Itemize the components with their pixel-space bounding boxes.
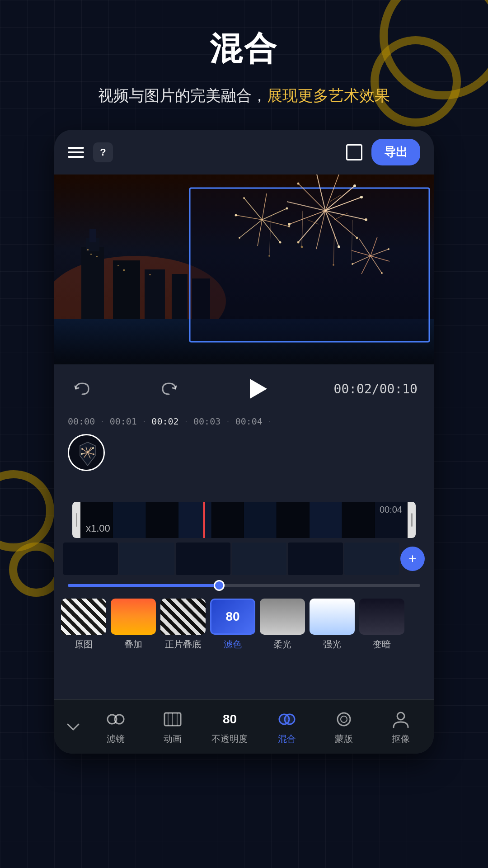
- scrubber-fill: [68, 584, 219, 587]
- blend-item-overlay[interactable]: 叠加: [108, 599, 158, 651]
- blend-item-darken[interactable]: 变暗: [357, 599, 407, 651]
- scrubber-thumb[interactable]: [214, 580, 225, 591]
- svg-point-68: [333, 264, 334, 266]
- blend-item-softlight[interactable]: 柔光: [258, 599, 307, 651]
- svg-point-51: [239, 237, 240, 239]
- bottom-nav: 滤镜 动画 80 不透明度: [54, 699, 434, 754]
- nav-item-collapse[interactable]: [59, 716, 87, 738]
- blend-label-hardlight: 强光: [323, 638, 341, 651]
- nav-label-portrait: 抠像: [392, 733, 410, 745]
- nav-label-mask: 蒙版: [335, 733, 353, 745]
- blend-icon: [276, 708, 298, 730]
- playback-controls: 00:02/00:10: [54, 364, 434, 413]
- nav-item-portrait[interactable]: 抠像: [372, 708, 429, 745]
- animation-icon: [162, 708, 183, 730]
- blend-item-hardlight[interactable]: 强光: [307, 599, 357, 651]
- track-header: [63, 434, 425, 475]
- svg-point-63: [381, 272, 383, 274]
- overlay-clip-2: [119, 542, 174, 575]
- svg-rect-12: [96, 256, 98, 257]
- filter-icon: [105, 708, 127, 730]
- svg-point-70: [268, 255, 270, 257]
- main-track: x1.00 00:04: [63, 502, 425, 538]
- blend-label-multiply: 正片叠底: [165, 638, 201, 651]
- help-button[interactable]: ?: [93, 142, 113, 162]
- blend-thumb-filter: 80: [210, 599, 255, 635]
- svg-point-30: [365, 218, 367, 221]
- export-button[interactable]: 导出: [371, 139, 420, 165]
- svg-point-53: [243, 197, 245, 199]
- clip-thumbnail: [68, 434, 105, 471]
- svg-point-92: [285, 714, 295, 724]
- ruler-time-1: 00:01: [110, 416, 137, 427]
- svg-rect-15: [149, 274, 151, 275]
- ruler-marks: 00:00 · 00:01 · 00:02 · 00:03 · 00:04 ·: [68, 416, 420, 427]
- portrait-icon: [390, 708, 412, 730]
- menu-button[interactable]: [68, 147, 84, 158]
- ruler-time-3: 00:03: [193, 416, 221, 427]
- svg-rect-13: [117, 265, 119, 266]
- ruler-time-2: 00:02: [151, 416, 178, 427]
- phone-mockup: ? 导出: [54, 130, 434, 754]
- blend-thumb-multiply: [160, 599, 206, 635]
- aspect-ratio-button[interactable]: [346, 144, 362, 160]
- video-preview: [54, 175, 434, 364]
- blend-label-original: 原图: [75, 638, 93, 651]
- nav-item-opacity[interactable]: 80 不透明度: [201, 708, 258, 745]
- add-clip-button[interactable]: +: [400, 547, 425, 571]
- mask-icon: [333, 708, 355, 730]
- svg-rect-10: [87, 249, 89, 250]
- undo-button[interactable]: [70, 377, 94, 401]
- nav-item-mask[interactable]: 蒙版: [315, 708, 372, 745]
- svg-point-66: [301, 246, 303, 248]
- blend-item-multiply[interactable]: 正片叠底: [158, 599, 208, 651]
- blend-label-softlight: 柔光: [273, 638, 291, 651]
- nav-label-filter: 滤镜: [107, 733, 125, 745]
- svg-point-50: [279, 241, 282, 244]
- blend-label-overlay: 叠加: [124, 638, 142, 651]
- timeline-ruler: 00:00 · 00:01 · 00:02 · 00:03 · 00:04 ·: [54, 413, 434, 429]
- blend-mode-selector: 原图 叠加 正片叠底 80 滤色 柔光 强光: [54, 591, 434, 658]
- blend-thumb-overlay: [111, 599, 156, 635]
- top-bar-right: 导出: [346, 139, 420, 165]
- nav-label-blend: 混合: [278, 733, 296, 745]
- playhead: [203, 502, 205, 538]
- svg-point-81: [92, 447, 94, 449]
- track-handle-left[interactable]: [72, 502, 80, 538]
- svg-rect-3: [81, 247, 104, 319]
- svg-point-48: [286, 208, 288, 210]
- svg-rect-14: [123, 269, 125, 271]
- blend-thumb-softlight: [260, 599, 305, 635]
- svg-rect-16: [190, 188, 429, 342]
- svg-point-82: [93, 453, 94, 455]
- overlay-clip-6: [344, 542, 399, 575]
- blend-item-original[interactable]: 原图: [59, 599, 108, 651]
- video-track-bar[interactable]: x1.00 00:04: [72, 502, 416, 538]
- overlay-clip-1: [63, 542, 118, 575]
- blend-thumb-original: [61, 599, 106, 635]
- track-handle-right[interactable]: [408, 502, 416, 538]
- overlay-clip-3: [176, 542, 230, 575]
- video-canvas: [54, 175, 434, 364]
- play-button[interactable]: [244, 375, 271, 402]
- scrubber-track[interactable]: [68, 584, 420, 587]
- ruler-time-0: 00:00: [68, 416, 95, 427]
- blend-item-filter[interactable]: 80 滤色: [208, 599, 258, 651]
- time-display: 00:02/00:10: [334, 382, 418, 396]
- blend-thumb-hardlight: [310, 599, 355, 635]
- track-end-time: 00:04: [380, 505, 402, 515]
- svg-rect-6: [113, 260, 140, 319]
- timeline-area: x1.00 00:04 +: [54, 429, 434, 580]
- top-bar-left: ?: [68, 142, 113, 162]
- svg-point-29: [360, 196, 363, 198]
- svg-point-49: [288, 226, 290, 227]
- nav-item-blend[interactable]: 混合: [258, 708, 315, 745]
- nav-label-animation: 动画: [164, 733, 182, 745]
- svg-point-93: [338, 713, 350, 726]
- subtitle-post: 展现更多艺术效果: [267, 87, 390, 104]
- nav-item-filter[interactable]: 滤镜: [87, 708, 144, 745]
- nav-item-animation[interactable]: 动画: [144, 708, 201, 745]
- blend-label-darken: 变暗: [373, 638, 391, 651]
- redo-button[interactable]: [157, 377, 181, 401]
- subtitle-pre: 视频与图片的完美融合，: [98, 87, 267, 104]
